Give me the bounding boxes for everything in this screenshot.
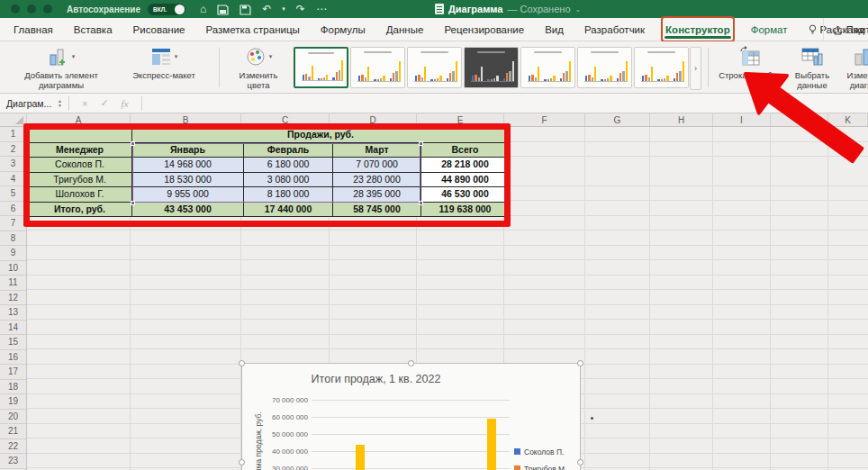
column-header-E[interactable]: E <box>417 113 504 126</box>
chart-object[interactable]: Итоги продаж, 1 кв. 2022 Общая сумма про… <box>241 363 581 470</box>
month-header-cell[interactable]: Всего <box>421 143 509 158</box>
selection-handle[interactable] <box>408 360 414 366</box>
month-header-cell[interactable]: Январь <box>132 143 243 158</box>
row-header-7[interactable]: 7 <box>0 216 26 231</box>
redo-icon[interactable]: ↷ <box>296 0 305 18</box>
chart-style-6[interactable] <box>577 47 632 88</box>
select-data-button[interactable]: Выбрать данные <box>787 45 837 90</box>
cancel-icon[interactable]: × <box>82 98 87 109</box>
row-header-10[interactable]: 10 <box>0 261 26 276</box>
document-title[interactable]: Диаграмма — Сохранено ⌄ <box>435 0 581 18</box>
row-header-3[interactable]: 3 <box>0 157 26 172</box>
bar-Итого, руб.-Март[interactable] <box>487 419 496 470</box>
value-cell[interactable]: 46 530 000 <box>421 187 509 202</box>
value-cell[interactable]: 8 180 000 <box>244 187 332 202</box>
row-header-20[interactable]: 20 <box>0 410 26 425</box>
share-button[interactable]: Под <box>823 18 868 41</box>
save-as-icon[interactable] <box>240 4 251 15</box>
manager-header-cell[interactable]: Менеджер <box>28 143 131 158</box>
manager-name-cell[interactable]: Тригубов М. <box>28 173 131 187</box>
tab-0[interactable]: Главная <box>11 18 56 41</box>
chart-style-7[interactable] <box>634 47 689 88</box>
row-header-9[interactable]: 9 <box>0 246 26 261</box>
month-header-cell[interactable]: Март <box>333 143 420 158</box>
select-all-corner[interactable] <box>0 113 27 126</box>
selection-handle[interactable] <box>239 360 245 366</box>
row-header-18[interactable]: 18 <box>0 380 26 395</box>
chart-style-5[interactable] <box>520 47 575 88</box>
insert-function-icon[interactable]: fx <box>122 98 129 109</box>
row-header-16[interactable]: 16 <box>0 350 26 366</box>
column-header-K[interactable]: K <box>828 113 868 126</box>
tab-1[interactable]: Вставка <box>71 18 115 41</box>
row-header-1[interactable]: 1 <box>0 127 26 142</box>
enter-icon[interactable]: ✓ <box>100 97 108 109</box>
close-window-icon[interactable] <box>11 5 20 14</box>
switch-row-column-button[interactable]: Строка/столбец <box>713 45 787 80</box>
minimize-window-icon[interactable] <box>27 5 36 14</box>
autosave-toggle[interactable]: ВКЛ. <box>148 4 185 15</box>
row-header-2[interactable]: 2 <box>0 142 26 158</box>
selection-handle[interactable] <box>239 459 245 465</box>
column-header-F[interactable]: F <box>504 113 585 126</box>
tab-7[interactable]: Вид <box>542 18 566 41</box>
row-header-8[interactable]: 8 <box>0 231 26 247</box>
row-header-22[interactable]: 22 <box>0 439 26 455</box>
row-header-23[interactable]: 23 <box>0 454 26 469</box>
tab-4[interactable]: Формулы <box>318 18 368 41</box>
undo-chevron-icon[interactable]: ▾ <box>282 0 285 18</box>
value-cell[interactable]: 28 218 000 <box>421 158 509 172</box>
change-colors-button[interactable]: ▾ Изменить цвета <box>227 45 290 90</box>
chart-style-2[interactable] <box>350 47 405 88</box>
total-label-cell[interactable]: Итого, руб. <box>28 203 131 217</box>
legend-item[interactable]: Соколов П. <box>514 443 567 460</box>
save-icon[interactable] <box>217 4 229 15</box>
column-header-A[interactable]: A <box>27 113 131 126</box>
value-cell[interactable]: 18 530 000 <box>132 173 243 187</box>
chart-title[interactable]: Итоги продаж, 1 кв. 2022 <box>242 373 510 385</box>
bar-Итого, руб.-Январь[interactable] <box>356 445 365 470</box>
chart-style-4[interactable] <box>464 47 519 88</box>
manager-name-cell[interactable]: Соколов П. <box>28 158 131 172</box>
cell-A1[interactable] <box>28 128 131 142</box>
column-header-C[interactable]: C <box>241 113 330 126</box>
row-header-5[interactable]: 5 <box>0 186 26 202</box>
gallery-more-button[interactable]: › <box>690 47 701 90</box>
tab-5[interactable]: Данные <box>384 18 427 41</box>
value-cell[interactable]: 44 890 000 <box>421 173 509 187</box>
tab-6[interactable]: Рецензирование <box>441 18 527 41</box>
row-header-12[interactable]: 12 <box>0 291 26 306</box>
more-commands-icon[interactable]: ⋯ <box>316 0 327 18</box>
value-cell[interactable]: 14 968 000 <box>132 158 243 172</box>
value-cell[interactable]: 6 180 000 <box>244 158 332 172</box>
name-box[interactable]: Диаграм... <box>0 98 56 109</box>
month-header-cell[interactable]: Февраль <box>244 143 332 158</box>
row-header-11[interactable]: 11 <box>0 276 26 291</box>
zoom-window-icon[interactable] <box>43 5 52 14</box>
column-header-H[interactable]: H <box>650 113 713 126</box>
tab-2[interactable]: Рисование <box>131 18 188 41</box>
chart-style-1[interactable] <box>294 47 348 88</box>
total-value-cell[interactable]: 43 453 000 <box>132 203 243 217</box>
total-value-cell[interactable]: 119 638 000 <box>421 203 509 217</box>
value-cell[interactable]: 7 070 000 <box>333 158 420 172</box>
total-value-cell[interactable]: 17 440 000 <box>244 203 332 217</box>
row-header-19[interactable]: 19 <box>0 394 26 410</box>
total-value-cell[interactable]: 58 745 000 <box>333 203 420 217</box>
manager-name-cell[interactable]: Шолохов Г. <box>28 187 131 202</box>
name-box-spinner[interactable]: ▲▼ <box>58 99 62 108</box>
value-cell[interactable]: 23 280 000 <box>333 173 420 187</box>
row-header-17[interactable]: 17 <box>0 365 26 380</box>
undo-icon[interactable]: ↶ <box>262 0 271 18</box>
column-header-G[interactable]: G <box>585 113 650 126</box>
column-header-I[interactable]: I <box>713 113 771 126</box>
selection-handle[interactable] <box>577 459 583 465</box>
legend-item[interactable]: Тригубов М. <box>514 460 567 470</box>
tab-10[interactable]: Формат <box>748 18 791 41</box>
home-icon[interactable]: ⌂ <box>200 0 206 18</box>
tab-3[interactable]: Разметка страницы <box>203 18 302 41</box>
tab-9[interactable]: Конструктор <box>663 18 733 41</box>
chart-style-3[interactable] <box>407 47 462 88</box>
change-chart-type-button[interactable]: ▾ Изменить диаграм <box>839 45 868 90</box>
value-cell[interactable]: 9 955 000 <box>132 187 243 202</box>
